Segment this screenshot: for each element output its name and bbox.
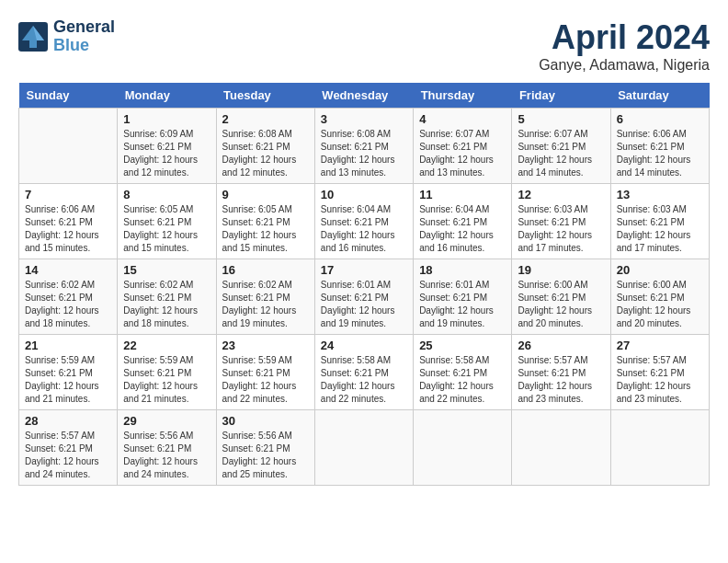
calendar-cell: 3Sunrise: 6:08 AM Sunset: 6:21 PM Daylig… [314, 109, 413, 184]
day-number: 21 [25, 339, 111, 352]
day-info: Sunrise: 5:59 AM Sunset: 6:21 PM Dayligh… [123, 354, 210, 406]
day-number: 10 [321, 188, 407, 201]
day-number: 24 [321, 339, 407, 352]
day-info: Sunrise: 6:00 AM Sunset: 6:21 PM Dayligh… [518, 279, 604, 330]
calendar-cell: 12Sunrise: 6:03 AM Sunset: 6:21 PM Dayli… [512, 184, 610, 259]
day-info: Sunrise: 6:04 AM Sunset: 6:21 PM Dayligh… [321, 203, 407, 255]
day-info: Sunrise: 5:57 AM Sunset: 6:21 PM Dayligh… [518, 354, 604, 406]
weekday-header-monday: Monday [118, 83, 216, 109]
day-info: Sunrise: 5:57 AM Sunset: 6:21 PM Dayligh… [25, 430, 111, 481]
day-number: 30 [222, 414, 309, 428]
week-row-1: 1Sunrise: 6:09 AM Sunset: 6:21 PM Daylig… [19, 109, 710, 184]
calendar-cell [610, 410, 709, 486]
calendar-cell: 9Sunrise: 6:05 AM Sunset: 6:21 PM Daylig… [216, 184, 314, 259]
day-number: 11 [419, 188, 506, 201]
day-number: 26 [518, 339, 604, 352]
week-row-3: 14Sunrise: 6:02 AM Sunset: 6:21 PM Dayli… [19, 259, 710, 335]
day-number: 15 [123, 263, 210, 277]
calendar-cell [512, 410, 610, 486]
weekday-header-saturday: Saturday [610, 83, 709, 109]
calendar-cell: 15Sunrise: 6:02 AM Sunset: 6:21 PM Dayli… [118, 259, 216, 335]
day-info: Sunrise: 6:03 AM Sunset: 6:21 PM Dayligh… [617, 203, 703, 255]
calendar-cell: 8Sunrise: 6:05 AM Sunset: 6:21 PM Daylig… [118, 184, 216, 259]
day-info: Sunrise: 6:01 AM Sunset: 6:21 PM Dayligh… [321, 279, 407, 330]
calendar-cell: 13Sunrise: 6:03 AM Sunset: 6:21 PM Dayli… [610, 184, 709, 259]
calendar-cell: 28Sunrise: 5:57 AM Sunset: 6:21 PM Dayli… [19, 410, 118, 486]
logo-text: General Blue [53, 18, 115, 55]
day-info: Sunrise: 6:01 AM Sunset: 6:21 PM Dayligh… [419, 279, 506, 330]
day-number: 9 [222, 188, 309, 201]
weekday-header-friday: Friday [512, 83, 610, 109]
day-info: Sunrise: 6:06 AM Sunset: 6:21 PM Dayligh… [25, 203, 111, 255]
calendar-cell: 4Sunrise: 6:07 AM Sunset: 6:21 PM Daylig… [414, 109, 512, 184]
weekday-header-sunday: Sunday [19, 83, 118, 109]
day-number: 28 [25, 414, 111, 428]
calendar-cell: 7Sunrise: 6:06 AM Sunset: 6:21 PM Daylig… [19, 184, 118, 259]
calendar-cell: 25Sunrise: 5:58 AM Sunset: 6:21 PM Dayli… [414, 335, 512, 410]
calendar-cell [314, 410, 413, 486]
title-area: April 2024 Ganye, Adamawa, Nigeria [539, 18, 710, 74]
weekday-header-wednesday: Wednesday [314, 83, 413, 109]
calendar-cell: 17Sunrise: 6:01 AM Sunset: 6:21 PM Dayli… [314, 259, 413, 335]
calendar-cell: 11Sunrise: 6:04 AM Sunset: 6:21 PM Dayli… [414, 184, 512, 259]
calendar-cell: 16Sunrise: 6:02 AM Sunset: 6:21 PM Dayli… [216, 259, 314, 335]
day-info: Sunrise: 5:59 AM Sunset: 6:21 PM Dayligh… [25, 354, 111, 406]
day-info: Sunrise: 5:58 AM Sunset: 6:21 PM Dayligh… [419, 354, 506, 406]
day-info: Sunrise: 6:02 AM Sunset: 6:21 PM Dayligh… [25, 279, 111, 330]
day-info: Sunrise: 5:58 AM Sunset: 6:21 PM Dayligh… [321, 354, 407, 406]
month-year-title: April 2024 [539, 18, 710, 57]
day-number: 2 [222, 112, 309, 126]
day-info: Sunrise: 6:04 AM Sunset: 6:21 PM Dayligh… [419, 203, 506, 255]
day-info: Sunrise: 6:06 AM Sunset: 6:21 PM Dayligh… [617, 128, 703, 179]
day-info: Sunrise: 6:03 AM Sunset: 6:21 PM Dayligh… [518, 203, 604, 255]
calendar-cell [414, 410, 512, 486]
day-number: 18 [419, 263, 506, 277]
calendar-cell: 23Sunrise: 5:59 AM Sunset: 6:21 PM Dayli… [216, 335, 314, 410]
day-number: 8 [123, 188, 210, 201]
day-info: Sunrise: 5:59 AM Sunset: 6:21 PM Dayligh… [222, 354, 309, 406]
calendar-cell: 6Sunrise: 6:06 AM Sunset: 6:21 PM Daylig… [610, 109, 709, 184]
day-number: 29 [123, 414, 210, 428]
day-number: 20 [617, 263, 703, 277]
calendar-cell: 14Sunrise: 6:02 AM Sunset: 6:21 PM Dayli… [19, 259, 118, 335]
calendar-cell: 10Sunrise: 6:04 AM Sunset: 6:21 PM Dayli… [314, 184, 413, 259]
weekday-header-thursday: Thursday [414, 83, 512, 109]
day-info: Sunrise: 5:56 AM Sunset: 6:21 PM Dayligh… [123, 430, 210, 481]
calendar-cell: 30Sunrise: 5:56 AM Sunset: 6:21 PM Dayli… [216, 410, 314, 486]
day-info: Sunrise: 6:05 AM Sunset: 6:21 PM Dayligh… [123, 203, 210, 255]
day-number: 14 [25, 263, 111, 277]
day-number: 23 [222, 339, 309, 352]
day-number: 4 [419, 112, 506, 126]
day-info: Sunrise: 6:08 AM Sunset: 6:21 PM Dayligh… [222, 128, 309, 179]
day-info: Sunrise: 5:56 AM Sunset: 6:21 PM Dayligh… [222, 430, 309, 481]
calendar-cell: 21Sunrise: 5:59 AM Sunset: 6:21 PM Dayli… [19, 335, 118, 410]
day-number: 5 [518, 112, 604, 126]
day-info: Sunrise: 6:08 AM Sunset: 6:21 PM Dayligh… [321, 128, 407, 179]
page-header: General Blue April 2024 Ganye, Adamawa, … [18, 18, 710, 74]
day-number: 27 [617, 339, 703, 352]
day-number: 17 [321, 263, 407, 277]
calendar-cell: 20Sunrise: 6:00 AM Sunset: 6:21 PM Dayli… [610, 259, 709, 335]
day-info: Sunrise: 5:57 AM Sunset: 6:21 PM Dayligh… [617, 354, 703, 406]
day-info: Sunrise: 6:07 AM Sunset: 6:21 PM Dayligh… [419, 128, 506, 179]
week-row-5: 28Sunrise: 5:57 AM Sunset: 6:21 PM Dayli… [19, 410, 710, 486]
calendar-cell: 2Sunrise: 6:08 AM Sunset: 6:21 PM Daylig… [216, 109, 314, 184]
location-subtitle: Ganye, Adamawa, Nigeria [539, 57, 710, 74]
calendar-cell: 26Sunrise: 5:57 AM Sunset: 6:21 PM Dayli… [512, 335, 610, 410]
day-info: Sunrise: 6:05 AM Sunset: 6:21 PM Dayligh… [222, 203, 309, 255]
day-info: Sunrise: 6:07 AM Sunset: 6:21 PM Dayligh… [518, 128, 604, 179]
weekday-header-row: SundayMondayTuesdayWednesdayThursdayFrid… [19, 83, 710, 109]
day-info: Sunrise: 6:02 AM Sunset: 6:21 PM Dayligh… [123, 279, 210, 330]
day-info: Sunrise: 6:09 AM Sunset: 6:21 PM Dayligh… [123, 128, 210, 179]
day-number: 19 [518, 263, 604, 277]
day-info: Sunrise: 6:02 AM Sunset: 6:21 PM Dayligh… [222, 279, 309, 330]
day-info: Sunrise: 6:00 AM Sunset: 6:21 PM Dayligh… [617, 279, 703, 330]
weekday-header-tuesday: Tuesday [216, 83, 314, 109]
week-row-4: 21Sunrise: 5:59 AM Sunset: 6:21 PM Dayli… [19, 335, 710, 410]
calendar-table: SundayMondayTuesdayWednesdayThursdayFrid… [18, 83, 710, 486]
day-number: 3 [321, 112, 407, 126]
week-row-2: 7Sunrise: 6:06 AM Sunset: 6:21 PM Daylig… [19, 184, 710, 259]
day-number: 13 [617, 188, 703, 201]
calendar-cell [19, 109, 118, 184]
day-number: 7 [25, 188, 111, 201]
